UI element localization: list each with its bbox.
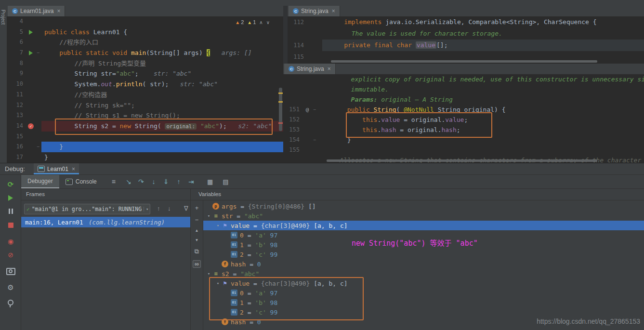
show-watches-button[interactable]: ∞: [193, 260, 201, 268]
add-watch-button[interactable]: +: [195, 205, 199, 211]
code-text: //程序的入口: [41, 37, 283, 48]
variable-row-2[interactable]: 012 = 'c' 99: [203, 250, 644, 259]
step-out-button[interactable]: ↑: [172, 178, 185, 185]
flag-icon: ⚑: [222, 222, 228, 229]
pin-button[interactable]: [0, 297, 21, 311]
editor-right-bottom[interactable]: explicit copy of original is needed, use…: [283, 74, 644, 163]
stack-frame-row[interactable]: main:16, Learn01 (com.llg.learnString): [21, 217, 190, 227]
force-step-into-button[interactable]: ⇓: [160, 178, 172, 185]
run-gutter-icon[interactable]: [27, 48, 35, 58]
duplicate-icon[interactable]: ⧉: [195, 248, 199, 254]
expand-chevron-icon[interactable]: ▾: [214, 281, 222, 286]
run-to-cursor-button[interactable]: ⇥: [185, 178, 197, 185]
variable-row-s2[interactable]: ▾≡s2 = "abc": [203, 269, 644, 278]
warning-stripe-mark[interactable]: [278, 101, 283, 103]
fold-marker: [35, 90, 41, 100]
expand-chevron-icon[interactable]: ▾: [205, 271, 212, 276]
project-tool-label[interactable]: Project: [0, 10, 6, 25]
java-class-icon: C: [289, 66, 294, 72]
fold-marker: [35, 58, 41, 69]
fold-marker: [315, 51, 322, 63]
variable-row-0[interactable]: 010 = 'a' 97: [203, 288, 644, 298]
gutter-space: [308, 40, 315, 51]
editor-right-top[interactable]: 112 implements java.io.Serializable, Com…: [288, 16, 644, 64]
line-number: 112: [288, 16, 308, 28]
variable-row-str[interactable]: ▾≡str = "abc": [203, 211, 644, 221]
pause-button[interactable]: [0, 205, 21, 218]
expand-chevron-icon[interactable]: ▾: [205, 213, 212, 218]
prev-warning-button[interactable]: ∧: [259, 20, 263, 25]
project-tool-stripe[interactable]: Project: [0, 6, 7, 163]
gutter-space: [27, 68, 35, 79]
code-line-doc: immutable.: [283, 84, 644, 94]
debug-session-tab[interactable]: Learn01 ×: [34, 163, 79, 174]
code-text: String s2 = new String( original: "abc")…: [41, 121, 283, 132]
variable-row-hash[interactable]: fhash = 0: [203, 259, 644, 269]
thread-dump-button[interactable]: [0, 264, 21, 278]
horizontal-scrollbar[interactable]: [327, 159, 597, 162]
code-text: this.value = original.value;: [318, 115, 644, 125]
editor-tabbar-right-bottom: C String.java ×: [283, 64, 644, 75]
show-execution-point-button[interactable]: ↘: [122, 178, 135, 185]
fold-marker[interactable]: −: [311, 135, 318, 145]
thread-selector[interactable]: ✓ "main"@1 in gro..."main": RUNNING ▾: [24, 204, 150, 214]
code-text: //空构造器: [41, 90, 283, 100]
view-breakpoints-button[interactable]: ◉: [0, 235, 21, 248]
fold-marker[interactable]: −: [35, 48, 41, 58]
fold-marker[interactable]: −: [311, 105, 318, 115]
filter-icon[interactable]: ∇: [184, 205, 188, 212]
variable-row-2[interactable]: 012 = 'c' 99: [203, 307, 644, 317]
prim-icon: 01: [231, 251, 237, 258]
tab-string-java[interactable]: C String.java ×: [284, 64, 336, 74]
move-up-button[interactable]: ▲: [195, 229, 199, 233]
code-text: }: [41, 152, 283, 163]
close-icon[interactable]: ×: [57, 8, 60, 14]
next-warning-button[interactable]: ∨: [266, 20, 270, 25]
gutter-space: [27, 100, 35, 111]
prev-frame-button[interactable]: ↑: [157, 205, 160, 212]
restore-layout-icon[interactable]: ▤: [223, 178, 228, 185]
breakpoint-stripe-mark[interactable]: [278, 122, 283, 124]
fold-marker[interactable]: −: [35, 142, 41, 152]
remove-watch-button[interactable]: −: [195, 217, 199, 223]
step-over-button[interactable]: ↷: [135, 178, 147, 185]
horizontal-scrollbar[interactable]: [331, 60, 597, 63]
inspections-widget[interactable]: ▲2 ▲1 ∧ ∨: [235, 19, 270, 25]
view-breakpoints-icon: ◉: [8, 238, 13, 245]
variable-row-1[interactable]: 011 = 'b' 98: [203, 298, 644, 307]
debug-toolwindow-header: Debug: Learn01 ×: [0, 163, 644, 175]
resume-button[interactable]: [0, 191, 21, 205]
close-icon[interactable]: ×: [332, 8, 335, 14]
next-frame-button[interactable]: ↓: [168, 205, 171, 212]
warning-stripe-mark[interactable]: [278, 92, 283, 94]
editor-left[interactable]: 45public class Learn01 {6 //程序的入口7− publ…: [7, 16, 283, 163]
close-icon[interactable]: ×: [72, 166, 75, 172]
variable-row-args[interactable]: pargs = {String[0]@486} []: [203, 201, 644, 211]
gutter-space: [303, 155, 311, 163]
expand-chevron-icon[interactable]: ▾: [214, 223, 222, 228]
mute-breakpoints-button[interactable]: ⊘: [0, 248, 21, 262]
scrollbar-thumb[interactable]: [279, 88, 282, 131]
run-gutter-icon[interactable]: [27, 27, 35, 38]
annotation-gutter-icon[interactable]: @: [303, 105, 311, 115]
view-as-table-icon[interactable]: ▦: [207, 178, 213, 185]
code-line-15: 15: [7, 132, 283, 142]
tab-debugger[interactable]: Debugger: [21, 175, 59, 188]
close-icon[interactable]: ×: [328, 66, 331, 72]
step-into-button[interactable]: ↓: [147, 178, 160, 185]
rerun-button[interactable]: ⟳: [0, 178, 21, 191]
code-line-doc: Params: original – A String: [283, 94, 644, 105]
tab-string-java[interactable]: C String.java ×: [289, 6, 340, 16]
breakpoint-icon[interactable]: ✓: [27, 121, 35, 132]
vertical-scrollbar[interactable]: [277, 16, 283, 163]
layout-menu-icon[interactable]: ≡: [112, 178, 116, 185]
tab-learn01-java[interactable]: C Learn01.java ×: [8, 6, 65, 16]
tab-console[interactable]: Console: [59, 175, 103, 188]
variable-row-value[interactable]: ▾⚑value = {char[3]@490} [a, b, c]: [203, 278, 644, 288]
stop-button[interactable]: [0, 218, 21, 232]
gutter-space: [303, 145, 311, 155]
move-down-button[interactable]: ▼: [195, 238, 199, 242]
settings-button[interactable]: ⚙: [0, 281, 21, 294]
variable-row-value[interactable]: ▾⚑value = {char[3]@490} [a, b, c]: [203, 221, 644, 230]
line-number: 8: [7, 58, 27, 69]
